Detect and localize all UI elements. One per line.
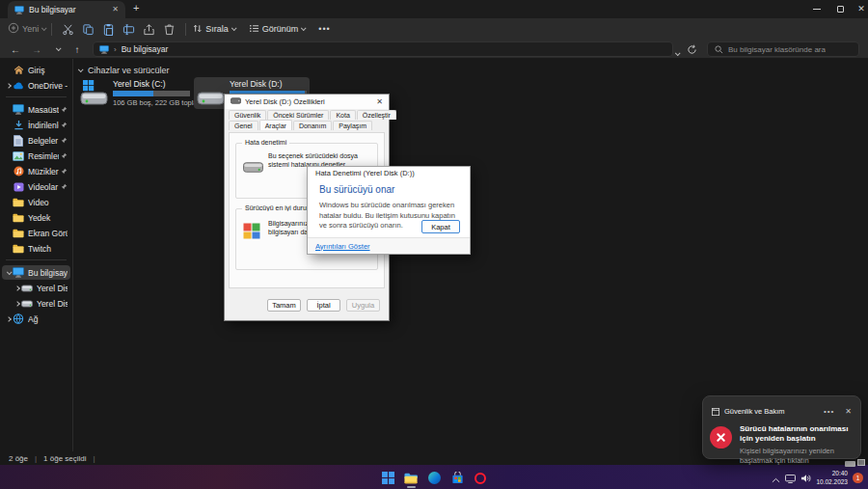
clipboard-icon — [102, 23, 115, 36]
drive-tile-yerel-disk-c[interactable]: Yerel Disk (C:)106 GB boş, 222 GB toplam — [77, 77, 193, 109]
tab-payla-m[interactable]: Paylaşım — [333, 121, 372, 130]
tab-close-icon[interactable]: ✕ — [112, 6, 119, 14]
address-bar[interactable]: › Bu bilgisayar — [93, 41, 673, 57]
sidebar-item-videolar[interactable]: Videolar — [2, 179, 70, 194]
sidebar-item-yerel-disk-d[interactable]: Yerel Disk (D:) — [2, 296, 70, 311]
sidebar-item-yerel-disk-c[interactable]: Yerel Disk (C:) — [2, 281, 70, 295]
tab-g-venlik[interactable]: Güvenlik — [229, 110, 266, 120]
command-bar: Yeni — [0, 18, 868, 40]
minimize-button[interactable] — [806, 0, 827, 18]
chevron-down-icon — [231, 25, 237, 31]
view-button[interactable]: Görünüm — [249, 20, 306, 38]
dialog-title-bar[interactable]: Hata Denetimi (Yerel Disk (D:)) — [308, 167, 470, 179]
delete-button[interactable] — [159, 20, 179, 38]
sidebar-divider — [72, 59, 73, 451]
sort-button[interactable]: Sırala — [192, 20, 235, 38]
home-icon — [13, 65, 24, 76]
ok-button[interactable]: Tamam — [267, 299, 301, 312]
show-details-link[interactable]: Ayrıntıları Göster — [315, 242, 370, 251]
tab-genel[interactable]: Genel — [229, 121, 258, 130]
maximize-button[interactable] — [829, 0, 851, 18]
sidebar-item-label: Belgeler — [28, 136, 59, 146]
recent-locations-button[interactable] — [50, 42, 66, 56]
tab-zelle-tir[interactable]: Özelleştir — [357, 110, 396, 120]
store-taskbar-button[interactable] — [448, 469, 467, 487]
back-button[interactable]: ← — [8, 42, 23, 56]
network-icon[interactable] — [785, 470, 796, 487]
sidebar-item-twitch[interactable]: Twitch — [2, 241, 70, 256]
up-button[interactable]: ↑ — [69, 42, 85, 56]
toast-close-icon[interactable]: ✕ — [845, 407, 852, 416]
forward-button[interactable]: → — [29, 42, 44, 56]
chevron-right-icon[interactable] — [14, 286, 21, 290]
section-devices-and-drives[interactable]: Cihazlar ve sürücüler — [78, 66, 170, 75]
start-button[interactable] — [379, 469, 397, 487]
close-button[interactable]: ✕ — [851, 0, 868, 18]
rename-icon — [122, 23, 135, 36]
dialog-title: Yerel Disk (D:) Özellikleri — [245, 97, 372, 106]
sidebar-item-video[interactable]: Video — [2, 195, 70, 209]
tab-kota[interactable]: Kota — [330, 110, 355, 120]
taskbar-clock[interactable]: 20:40 10.02.2023 — [816, 470, 848, 486]
notification-toast[interactable]: Güvenlik ve Bakım ••• ✕ Sürücü hataların… — [702, 395, 861, 459]
sidebar-item-m-zikler[interactable]: Müzikler — [2, 164, 70, 178]
dialog-title-bar[interactable]: Yerel Disk (D:) Özellikleri ✕ — [225, 95, 389, 109]
rename-button[interactable] — [119, 20, 139, 38]
computer-icon — [14, 1, 24, 18]
sidebar-item-label: Ağ — [28, 314, 68, 324]
tab-nceki-s-r-mler[interactable]: Önceki Sürümler — [267, 110, 329, 120]
sidebar-item-bu-bilgisayar[interactable]: Bu bilgisayar — [2, 265, 70, 280]
close-dialog-button[interactable]: Kapat — [421, 220, 460, 233]
chevron-right-icon[interactable] — [14, 302, 21, 306]
sidebar-item-a[interactable]: Ağ — [2, 312, 70, 326]
sidebar-item-onedrive-persona[interactable]: OneDrive - Persona — [2, 78, 70, 93]
sidebar-item-i-ndirilenler[interactable]: İndirilenler — [2, 118, 70, 132]
sidebar-item-label: Yerel Disk (D:) — [37, 299, 68, 309]
tray-overflow-chevron-icon[interactable] — [772, 470, 780, 487]
sidebar-item-masa-st[interactable]: Masaüstü — [2, 102, 70, 117]
sidebar-item-yedek[interactable]: Yedek — [2, 210, 70, 225]
notification-count-badge[interactable]: 1 — [853, 473, 863, 483]
chevron-down-icon[interactable] — [5, 271, 13, 275]
file-explorer-taskbar-button[interactable] — [402, 469, 420, 487]
cancel-button[interactable]: İptal — [307, 299, 340, 312]
tab-bu-bilgisayar[interactable]: Bu bilgisayar ✕ — [8, 1, 125, 18]
divider: | — [94, 454, 95, 463]
cut-button[interactable] — [58, 20, 78, 38]
sidebar-item-label: Video — [28, 198, 68, 207]
refresh-button[interactable] — [687, 41, 697, 59]
toast-more-icon[interactable]: ••• — [824, 407, 834, 416]
search-input[interactable]: Bu bilgisayar klasöründe ara — [707, 41, 859, 57]
downloads-icon — [13, 120, 24, 131]
sidebar-item-resimler[interactable]: Resimler — [2, 149, 70, 163]
edge-taskbar-button[interactable] — [425, 469, 444, 487]
chevron-right-icon[interactable] — [5, 84, 13, 88]
opera-taskbar-button[interactable] — [472, 469, 490, 487]
new-button[interactable]: Yeni — [8, 20, 45, 38]
copy-button[interactable] — [78, 20, 98, 38]
close-icon[interactable]: ✕ — [376, 97, 383, 106]
tab-ara-lar[interactable]: Araçlar — [259, 120, 292, 130]
sidebar-item-label: Ekran Görüntüleri — [28, 229, 68, 238]
address-dropdown-button[interactable] — [675, 42, 679, 60]
share-button[interactable] — [139, 20, 159, 38]
apply-button[interactable]: Uygula — [346, 299, 380, 312]
paste-button[interactable] — [98, 20, 119, 38]
sidebar-item-giri[interactable]: Giriş — [2, 63, 70, 77]
chevron-right-icon[interactable] — [5, 317, 13, 321]
new-tab-button[interactable]: + — [133, 3, 139, 14]
tabs-back-row: GüvenlikÖnceki SürümlerKotaÖzelleştir — [229, 110, 397, 120]
windows-logo-icon — [382, 472, 394, 484]
taskbar: 20:40 10.02.2023 1 — [0, 467, 868, 489]
tab-donan-m[interactable]: Donanım — [293, 121, 332, 130]
chevron-down-icon — [41, 25, 47, 31]
sidebar-item-ekran-g-r-nt-leri[interactable]: Ekran Görüntüleri — [2, 226, 70, 240]
breadcrumb[interactable]: Bu bilgisayar — [122, 44, 169, 54]
folder-icon — [13, 228, 24, 239]
speaker-icon[interactable] — [800, 470, 811, 487]
app-window-icon — [712, 402, 719, 420]
sidebar-item-belgeler[interactable]: Belgeler — [2, 133, 70, 148]
pin-icon — [59, 137, 68, 144]
drive-name: Yerel Disk (D:) — [230, 80, 307, 89]
more-button[interactable]: ••• — [318, 24, 330, 34]
